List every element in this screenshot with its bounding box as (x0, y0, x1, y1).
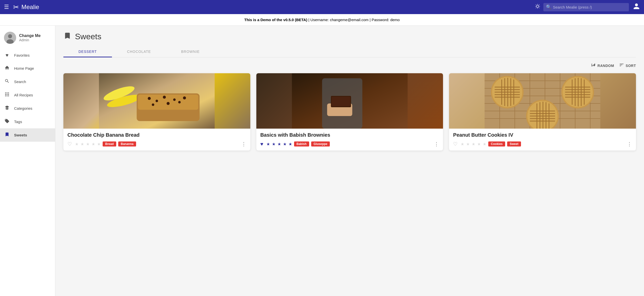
star-3: ★ (277, 142, 281, 146)
svg-point-10 (8, 34, 12, 38)
top-nav: ☰ ✂ Mealie 🔍 (0, 0, 644, 14)
tab-chocolate[interactable]: CHOCOLATE (112, 47, 166, 57)
demo-banner: This is a Demo of the v0.5.0 (BETA) | Us… (0, 14, 644, 26)
heart-icon: ♥ (4, 52, 10, 58)
star-4: ★ (92, 142, 95, 146)
user-name: Change Me (19, 33, 41, 38)
recipe-more-2[interactable]: ⋮ (627, 141, 632, 147)
recipe-tag-sweet[interactable]: Sweet (507, 141, 521, 146)
sidebar-item-favorites[interactable]: ♥ Favorites (0, 49, 55, 62)
recipe-card-1[interactable]: Basics with Babish Brownies ♥ ★ ★ ★ ★ ★ … (256, 73, 443, 151)
sidebar-item-sweets[interactable]: Sweets (0, 128, 55, 142)
recipe-title-0: Chocolate Chip Banana Bread (67, 132, 246, 138)
page-title: Sweets (75, 32, 101, 41)
sidebar-item-tags[interactable]: Tags (0, 115, 55, 128)
star-1: ★ (461, 142, 464, 146)
star-3: ★ (472, 142, 475, 146)
svg-line-5 (536, 5, 536, 5)
tag-icon (4, 119, 10, 125)
star-1: ★ (266, 142, 270, 146)
category-icon (4, 105, 10, 112)
sidebar-item-categories[interactable]: Categories (0, 102, 55, 115)
search-input[interactable] (543, 3, 629, 11)
recipe-meta-0: ♡ ★ ★ ★ ★ ★ Bread Bananna ⋮ (67, 141, 246, 147)
random-icon (591, 62, 596, 69)
recipe-heart-0[interactable]: ♡ (67, 141, 72, 147)
toolbar: RANDOM SORT (63, 62, 636, 69)
sidebar-item-label: Home Page (14, 66, 34, 70)
recipe-more-0[interactable]: ⋮ (241, 141, 246, 147)
recipe-tag-cookies[interactable]: Cookies (488, 141, 505, 146)
app-title: Mealie (21, 4, 39, 11)
theme-toggle-button[interactable] (535, 4, 540, 11)
svg-point-19 (155, 100, 158, 102)
search-bar: 🔍 (543, 3, 629, 11)
recipe-tag-babish[interactable]: Babish (294, 141, 309, 146)
page-header: Sweets (63, 32, 636, 42)
main-content: Sweets DESSERT CHOCOLATE BROWNIE RANDOM … (55, 26, 644, 296)
main-layout: Change Me Admin ♥ Favorites Home Page Se… (0, 26, 644, 296)
search-icon (4, 79, 10, 85)
grid-icon (4, 92, 10, 98)
sidebar: Change Me Admin ♥ Favorites Home Page Se… (0, 26, 55, 296)
recipe-heart-2[interactable]: ♡ (453, 141, 458, 147)
recipe-more-1[interactable]: ⋮ (434, 141, 439, 147)
sort-icon (619, 62, 624, 69)
hamburger-menu[interactable]: ☰ (4, 4, 9, 10)
user-profile: Change Me Admin (0, 30, 55, 49)
demo-banner-rest: | Username: changeme@email.com | Passwor… (307, 18, 400, 22)
user-info: Change Me Admin (19, 33, 41, 42)
bookmark-icon (4, 132, 10, 138)
sidebar-item-search[interactable]: Search (0, 75, 55, 88)
recipe-grid: Chocolate Chip Banana Bread ♡ ★ ★ ★ ★ ★ … (63, 73, 636, 151)
svg-point-0 (536, 5, 539, 7)
recipe-meta-1: ♥ ★ ★ ★ ★ ★ Babish Giuseppe ⋮ (260, 141, 439, 147)
page-header-icon (63, 32, 71, 42)
svg-point-25 (178, 101, 181, 103)
recipe-heart-1[interactable]: ♥ (260, 141, 263, 147)
recipe-title-1: Basics with Babish Brownies (260, 132, 439, 138)
svg-line-7 (536, 8, 536, 8)
star-4: ★ (283, 142, 287, 146)
user-account-icon[interactable] (633, 3, 640, 12)
demo-banner-bold: This is a Demo of the v0.5.0 (BETA) (244, 18, 307, 22)
home-icon (4, 65, 10, 71)
sidebar-item-label: Sweets (14, 133, 27, 137)
app-logo: ✂ Mealie (13, 3, 39, 11)
random-label: RANDOM (597, 64, 614, 68)
recipe-meta-2: ♡ ★ ★ ★ ★ ★ Cookies Sweet ⋮ (453, 141, 632, 147)
svg-point-18 (148, 97, 151, 100)
svg-point-21 (173, 98, 176, 101)
category-tabs: DESSERT CHOCOLATE BROWNIE (63, 47, 636, 57)
sort-label: SORT (626, 64, 636, 68)
recipe-card-2[interactable]: Peanut Butter Cookies IV ♡ ★ ★ ★ ★ ★ Coo… (449, 73, 636, 151)
recipe-card-0[interactable]: Chocolate Chip Banana Bread ♡ ★ ★ ★ ★ ★ … (63, 73, 250, 151)
sort-button[interactable]: SORT (619, 62, 636, 69)
recipe-image-2 (449, 73, 636, 129)
recipe-card-body-0: Chocolate Chip Banana Bread ♡ ★ ★ ★ ★ ★ … (63, 129, 250, 151)
svg-point-23 (152, 103, 154, 106)
sidebar-item-label: All Recipes (14, 93, 33, 97)
tab-brownie[interactable]: BROWNIE (166, 47, 215, 57)
logo-icon: ✂ (13, 3, 19, 11)
star-3: ★ (86, 142, 90, 146)
svg-line-8 (539, 5, 539, 5)
user-role: Admin (19, 38, 41, 42)
star-2: ★ (272, 142, 275, 146)
recipe-tag-giuseppe[interactable]: Giuseppe (311, 141, 330, 146)
star-2: ★ (466, 142, 470, 146)
recipe-tag-bread[interactable]: Bread (103, 141, 116, 146)
recipe-card-body-1: Basics with Babish Brownies ♥ ★ ★ ★ ★ ★ … (256, 129, 443, 151)
random-button[interactable]: RANDOM (591, 62, 614, 69)
tab-dessert[interactable]: DESSERT (63, 47, 112, 57)
recipe-card-body-2: Peanut Butter Cookies IV ♡ ★ ★ ★ ★ ★ Coo… (449, 129, 636, 151)
star-5: ★ (97, 142, 101, 146)
avatar (4, 32, 16, 44)
recipe-tag-bananna[interactable]: Bananna (118, 141, 136, 146)
recipe-title-2: Peanut Butter Cookies IV (453, 132, 632, 138)
svg-point-20 (163, 96, 166, 99)
sidebar-item-all-recipes[interactable]: All Recipes (0, 88, 55, 102)
sidebar-item-home[interactable]: Home Page (0, 62, 55, 75)
star-1: ★ (75, 142, 78, 146)
recipe-image-1 (256, 73, 443, 129)
